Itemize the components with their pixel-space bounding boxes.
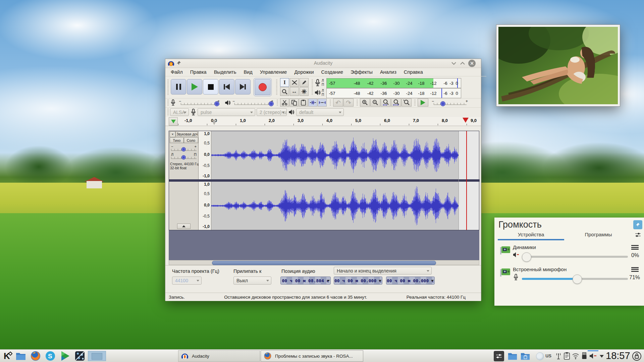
stop-button[interactable] <box>203 79 218 95</box>
task-button-firefox[interactable]: Проблемы с записью звука - ROSA... <box>261 350 363 362</box>
skip-end-button[interactable] <box>235 79 251 95</box>
tray-expand-arrow[interactable] <box>600 355 604 358</box>
device-menu-icon[interactable] <box>631 245 639 250</box>
menu-transport[interactable]: Управление <box>260 69 287 75</box>
menu-view[interactable]: Вид <box>244 69 253 75</box>
skip-start-button[interactable] <box>219 79 234 95</box>
tray-wifi-icon[interactable] <box>572 352 580 360</box>
pin-button[interactable] <box>633 220 642 229</box>
zoom-tool-button[interactable] <box>280 87 289 96</box>
input-channels-select[interactable]: 2 (стерео) каı <box>257 108 287 116</box>
screenshot-app-button[interactable] <box>74 351 85 361</box>
play-speed-slider[interactable]: − + <box>432 99 469 106</box>
file-manager-button[interactable] <box>15 351 26 361</box>
play-meter[interactable]: -57-48 -42-36 -30-24 -18-12 -6-3 0 <box>326 88 461 98</box>
silence-audio-button[interactable] <box>318 99 327 107</box>
tray-clipboard-icon[interactable] <box>564 352 570 360</box>
project-rate-select[interactable]: 44100 <box>172 277 202 285</box>
record-position-pin[interactable] <box>463 118 469 123</box>
menu-analyze[interactable]: Анализ <box>380 69 396 75</box>
keyboard-layout-indicator[interactable]: us <box>545 352 551 359</box>
track-gain-thumb[interactable] <box>181 147 186 152</box>
selection-start-display[interactable]: 00 ч 00 м 00.000 с <box>334 277 382 285</box>
close-icon[interactable]: ✕ <box>468 60 476 67</box>
menu-generate[interactable]: Создание <box>321 69 343 75</box>
menu-effects[interactable]: Эффекты <box>351 69 373 75</box>
cut-button[interactable] <box>280 99 289 107</box>
zoom-toggle-button[interactable] <box>401 99 412 107</box>
tray-folder-icon[interactable] <box>507 351 518 361</box>
record-volume-slider[interactable]: − + <box>179 99 222 106</box>
device-menu-icon[interactable] <box>631 267 639 272</box>
maximize-icon[interactable] <box>460 61 465 65</box>
timeshift-tool-button[interactable]: ↔ <box>290 87 299 96</box>
photo-viewer-window[interactable] <box>496 24 620 107</box>
record-meter[interactable]: -57-48 -42-36 -30-24 -18-12 -6-3 0 <box>326 78 461 88</box>
track-mute-button[interactable]: Тихо <box>170 137 184 143</box>
zoom-project-button[interactable] <box>391 99 401 107</box>
skype-button[interactable]: S <box>45 351 56 361</box>
selection-end-display[interactable]: 00 ч 00 м 00.000 с <box>386 277 435 285</box>
multi-tool-button[interactable]: ✳ <box>300 87 309 96</box>
titlebar[interactable]: Audacity ✕ <box>165 59 481 68</box>
minimize-icon[interactable] <box>451 61 457 65</box>
playback-volume-slider[interactable]: − + <box>232 99 274 106</box>
track-gain-slider[interactable]: − + <box>170 144 197 152</box>
desktop-pager[interactable] <box>88 351 106 361</box>
track-pan-thumb[interactable] <box>181 155 186 160</box>
menu-file[interactable]: Файл <box>171 69 183 75</box>
waveform-channel-2[interactable] <box>211 182 479 230</box>
menu-select[interactable]: Выделить <box>214 69 236 75</box>
track-collapse-button[interactable] <box>177 224 191 229</box>
menu-help[interactable]: Справка <box>404 69 423 75</box>
microphone-icon[interactable] <box>513 274 519 281</box>
paste-button[interactable] <box>299 99 308 107</box>
microphone-slider[interactable] <box>522 275 628 282</box>
tray-usb-icon[interactable] <box>581 352 587 360</box>
play-at-speed-button[interactable] <box>418 99 428 107</box>
snap-to-select[interactable]: Выкл <box>233 277 271 285</box>
audio-host-select[interactable]: ALSA <box>170 108 189 116</box>
track-pan-slider[interactable]: Л П <box>170 153 197 160</box>
tray-volume-muted-icon[interactable] <box>589 353 597 359</box>
trim-audio-button[interactable] <box>308 99 317 107</box>
audio-position-display[interactable]: 00 ч 00 м 08.804 с <box>280 277 331 285</box>
track-name-menu[interactable]: Звуковая до▾ <box>175 131 198 136</box>
vertical-scale-ch1[interactable]: 1,0 0,5 0,0 -0,5 -1,0 <box>199 131 211 179</box>
speaker-muted-icon[interactable] <box>513 252 519 258</box>
speakers-slider-thumb[interactable] <box>522 252 531 262</box>
quickplay-pin-button[interactable] <box>169 117 178 126</box>
media-player-button[interactable] <box>60 351 70 361</box>
envelope-tool-button[interactable] <box>290 78 299 87</box>
vertical-scale-ch2[interactable]: 1,0 0,5 0,0 -0,5 -1,0 <box>199 182 211 230</box>
input-device-select[interactable]: pulse <box>198 108 255 116</box>
speakers-slider[interactable] <box>522 253 628 260</box>
track-close-button[interactable]: × <box>170 131 175 137</box>
redo-button[interactable]: ↷ <box>343 99 354 107</box>
lock-widget-icon[interactable] <box>632 351 642 361</box>
zoom-selection-button[interactable] <box>381 99 391 107</box>
horizontal-scrollbar[interactable] <box>169 260 479 265</box>
selection-tool-button[interactable]: I <box>280 78 289 87</box>
output-device-select[interactable]: default <box>296 108 344 116</box>
tray-messenger-icon[interactable] <box>536 352 544 360</box>
playback-volume-thumb[interactable] <box>269 101 274 106</box>
selection-range-mode-select[interactable]: Начало и конец выделения <box>334 267 432 275</box>
tray-trash-folder-icon[interactable] <box>520 351 530 361</box>
tab-applications[interactable]: Программы <box>572 232 625 238</box>
settings-sliders-icon[interactable] <box>635 232 641 238</box>
hscroll-thumb[interactable] <box>212 261 436 265</box>
pager-desktop-1[interactable] <box>92 353 102 360</box>
play-speed-thumb[interactable] <box>440 101 445 106</box>
draw-tool-button[interactable] <box>300 78 309 87</box>
pause-button[interactable] <box>171 79 186 95</box>
kde-menu-button[interactable]: K <box>2 350 13 362</box>
play-button[interactable] <box>187 79 202 95</box>
timeline-ruler[interactable]: -1,0 0,0 1,0 2,0 3,0 4,0 5,0 6,0 7,0 8,0… <box>165 117 481 126</box>
clock[interactable]: 18:57 <box>606 350 630 361</box>
task-button-audacity[interactable]: Audacity <box>178 350 260 362</box>
track-solo-button[interactable]: Соло <box>184 137 198 143</box>
zoom-out-button[interactable] <box>370 99 380 107</box>
menu-edit[interactable]: Правка <box>190 69 207 75</box>
menu-tracks[interactable]: Дорожки <box>294 69 314 75</box>
